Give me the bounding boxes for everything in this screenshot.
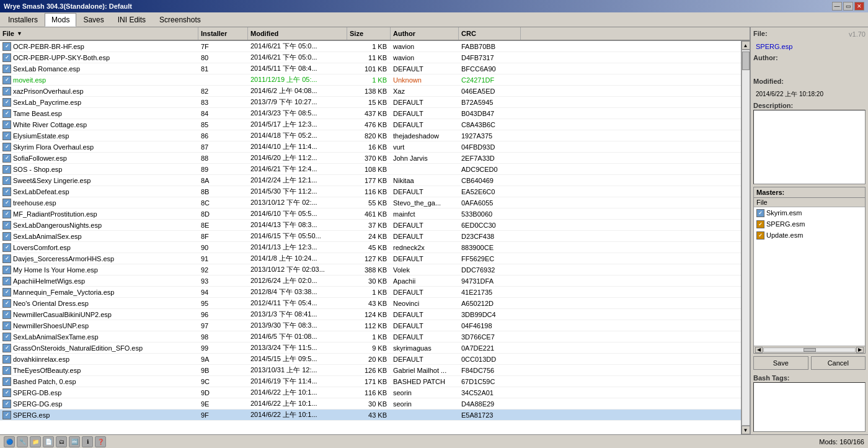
table-row[interactable]: SOS - Shop.esp892014/6/21 下午 12:4...108 … bbox=[0, 164, 741, 175]
file-checkbox[interactable] bbox=[2, 266, 11, 274]
file-checkbox[interactable] bbox=[2, 366, 11, 375]
cancel-button[interactable]: Cancel bbox=[811, 356, 866, 370]
table-row[interactable]: SexLabDangerousNights.esp8E2014/4/13 下午 … bbox=[0, 220, 741, 231]
file-checkbox[interactable] bbox=[2, 321, 11, 330]
table-row[interactable]: Davjes_SorceressArmorHHS.esp912014/1/8 上… bbox=[0, 253, 741, 264]
scroll-down-btn[interactable]: ▼ bbox=[742, 426, 750, 434]
table-row[interactable]: xazPrisonOverhaul.esp822014/6/2 上午 04:08… bbox=[0, 86, 741, 97]
table-row[interactable]: Sweet&Sexy Lingerie.esp8A2014/2/24 上午 12… bbox=[0, 175, 741, 186]
table-row[interactable]: SexLab Romance.esp812014/5/11 下午 08:4...… bbox=[0, 63, 741, 74]
table-row[interactable]: LoversComfort.esp902014/1/13 上午 12:3...4… bbox=[0, 242, 741, 253]
menu-tab-ini_edits[interactable]: INI Edits bbox=[111, 13, 153, 27]
col-author[interactable]: Author bbox=[391, 27, 459, 40]
table-row[interactable]: SPERG-DB.esp9D2014/6/22 上午 10:1...116 KB… bbox=[0, 387, 741, 398]
master-item[interactable]: Skyrim.esm bbox=[754, 207, 865, 218]
file-checkbox[interactable] bbox=[2, 221, 11, 230]
restore-btn[interactable]: ▭ bbox=[843, 2, 853, 11]
file-checkbox[interactable] bbox=[2, 355, 11, 364]
table-row[interactable]: NewmillerShoesUNP.esp972013/9/30 下午 08:3… bbox=[0, 320, 741, 331]
file-checkbox[interactable] bbox=[2, 377, 11, 386]
masters-scroll-right[interactable]: ▶ bbox=[856, 347, 864, 353]
master-item[interactable]: Update.esm bbox=[754, 230, 865, 241]
masters-scroll-thumb[interactable] bbox=[804, 348, 816, 352]
table-row[interactable]: SexLabAnimalSex.esp8F2014/6/15 下午 05:50.… bbox=[0, 231, 741, 242]
file-checkbox[interactable] bbox=[2, 199, 11, 207]
col-size[interactable]: Size bbox=[347, 27, 391, 40]
table-row[interactable]: OCR-PEBR-UPP-SKY-Both.esp802014/6/21 下午 … bbox=[0, 52, 741, 63]
file-checkbox[interactable] bbox=[2, 154, 11, 163]
file-checkbox[interactable] bbox=[2, 176, 11, 185]
file-checkbox[interactable] bbox=[2, 277, 11, 285]
menu-tab-installers[interactable]: Installers bbox=[1, 13, 45, 27]
table-row[interactable]: treehouse.esp8C2013/10/12 下午 02:...55 KB… bbox=[0, 197, 741, 208]
table-row[interactable]: ApachiiHelmetWigs.esp932012/6/24 上午 02:0… bbox=[0, 276, 741, 287]
table-row[interactable]: SofiaFollower.esp882014/6/20 上午 11:2...3… bbox=[0, 153, 741, 164]
file-checkbox[interactable] bbox=[2, 344, 11, 352]
menu-tab-mods[interactable]: Mods bbox=[45, 13, 76, 27]
master-checkbox[interactable] bbox=[756, 220, 764, 228]
table-row[interactable]: Mannequin_Female_Vyctoria.esp942012/8/4 … bbox=[0, 287, 741, 298]
file-checkbox[interactable] bbox=[2, 87, 11, 96]
modified-value: 2012/8/4 下午 03:38... bbox=[248, 287, 347, 297]
master-checkbox[interactable] bbox=[756, 209, 764, 217]
file-checkbox[interactable] bbox=[2, 143, 11, 151]
file-checkbox[interactable] bbox=[2, 76, 11, 84]
col-crc[interactable]: CRC bbox=[459, 27, 521, 40]
close-btn[interactable]: ✕ bbox=[854, 2, 864, 11]
table-row[interactable]: Neo's Oriental Dress.esp952012/4/11 下午 0… bbox=[0, 298, 741, 309]
table-row[interactable]: NewmillerCasualBikiniUNP2.esp962013/1/3 … bbox=[0, 309, 741, 320]
file-checkbox[interactable] bbox=[2, 65, 11, 73]
table-row[interactable]: ElysiumEstate.esp862014/4/18 下午 05:2...8… bbox=[0, 130, 741, 141]
table-row[interactable]: MF_RadiantProstitution.esp8D2014/6/10 下午… bbox=[0, 208, 741, 220]
menu-tab-screenshots[interactable]: Screenshots bbox=[153, 13, 208, 27]
table-row[interactable]: TheEyesOfBeauty.esp9B2013/10/31 上午 12:..… bbox=[0, 365, 741, 376]
table-row[interactable]: SexLab_Paycrime.esp832013/7/9 下午 10:27..… bbox=[0, 97, 741, 108]
table-row[interactable]: Bashed Patch, 0.esp9C2014/6/19 下午 11:4..… bbox=[0, 376, 741, 387]
table-row[interactable]: Tame Beast.esp842014/3/23 下午 08:5...437 … bbox=[0, 108, 741, 119]
table-row[interactable]: moveit.esp2011/12/19 上午 05:...1 KBUnknow… bbox=[0, 74, 741, 86]
vertical-scrollbar[interactable]: ▲ ▼ bbox=[741, 41, 750, 434]
file-checkbox[interactable] bbox=[2, 310, 11, 319]
table-row[interactable]: SexLabDefeat.esp8B2014/5/30 下午 11:2...11… bbox=[0, 186, 741, 197]
bash-tags-box[interactable] bbox=[753, 382, 866, 432]
file-checkbox[interactable] bbox=[2, 243, 11, 252]
col-file[interactable]: File ▼ bbox=[0, 27, 198, 40]
table-row[interactable]: White River Cottage.esp852014/5/17 上午 12… bbox=[0, 119, 741, 130]
table-row[interactable]: Skyrim Flora Overhaul.esp872014/4/10 上午 … bbox=[0, 141, 741, 153]
description-box[interactable] bbox=[753, 110, 866, 184]
table-row[interactable]: GrassOnSteroids_NaturalEdition_SFO.esp99… bbox=[0, 343, 741, 354]
master-item[interactable]: SPERG.esm bbox=[754, 218, 865, 230]
save-button[interactable]: Save bbox=[753, 356, 808, 370]
file-checkbox[interactable] bbox=[2, 165, 11, 174]
file-checkbox[interactable] bbox=[2, 411, 11, 419]
table-row[interactable]: OCR-PEBR-BR-HF.esp7F2014/6/21 下午 05:0...… bbox=[0, 41, 741, 52]
file-checkbox[interactable] bbox=[2, 288, 11, 297]
file-checkbox[interactable] bbox=[2, 232, 11, 241]
file-checkbox[interactable] bbox=[2, 388, 11, 397]
file-checkbox[interactable] bbox=[2, 109, 11, 118]
table-row[interactable]: SexLabAnimalSexTame.esp982014/6/5 下午 01:… bbox=[0, 331, 741, 343]
file-checkbox[interactable] bbox=[2, 98, 11, 107]
file-checkbox[interactable] bbox=[2, 299, 11, 308]
file-checkbox[interactable] bbox=[2, 53, 11, 62]
table-row[interactable]: dovahkiinrelax.esp9A2014/5/15 上午 09:5...… bbox=[0, 354, 741, 365]
table-row[interactable]: SPERG.esp9F2014/6/22 上午 10:1...43 KBE5A8… bbox=[0, 410, 741, 421]
col-installer[interactable]: Installer bbox=[198, 27, 248, 40]
table-row[interactable]: My Home Is Your Home.esp922013/10/12 下午 … bbox=[0, 264, 741, 276]
file-checkbox[interactable] bbox=[2, 333, 11, 341]
file-checkbox[interactable] bbox=[2, 210, 11, 218]
table-row[interactable]: SPERG-DG.esp9E2014/6/22 上午 10:1...30 KBs… bbox=[0, 398, 741, 410]
menu-tab-saves[interactable]: Saves bbox=[76, 13, 110, 27]
file-checkbox[interactable] bbox=[2, 254, 11, 263]
file-checkbox[interactable] bbox=[2, 187, 11, 196]
minimize-btn[interactable]: — bbox=[832, 2, 842, 11]
file-checkbox[interactable] bbox=[2, 42, 11, 51]
col-modified[interactable]: Modified bbox=[248, 27, 347, 40]
file-checkbox[interactable] bbox=[2, 132, 11, 140]
scroll-up-btn[interactable]: ▲ bbox=[742, 41, 750, 50]
scroll-thumb[interactable] bbox=[742, 52, 750, 70]
masters-scroll-left[interactable]: ◀ bbox=[755, 347, 763, 353]
file-checkbox[interactable] bbox=[2, 120, 11, 129]
master-checkbox[interactable] bbox=[756, 231, 764, 240]
file-checkbox[interactable] bbox=[2, 400, 11, 408]
